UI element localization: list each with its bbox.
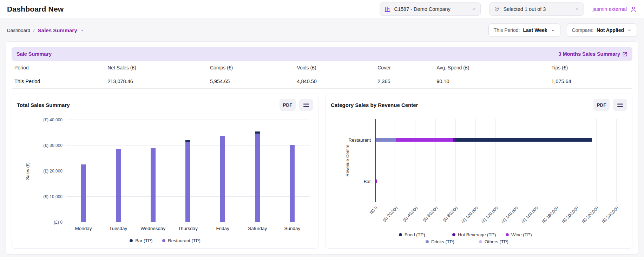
legend-marker <box>506 233 509 236</box>
summary-column-header: Voids (£) <box>294 61 375 74</box>
legend-label: Bar (TP) <box>135 238 152 243</box>
x-axis-label: Tuesday <box>101 226 136 231</box>
category-bar-restaurant <box>376 138 623 142</box>
bars-layer <box>66 120 310 222</box>
gridline <box>516 119 516 202</box>
legend-marker <box>426 240 429 243</box>
chevron-down-icon <box>472 7 476 11</box>
bar-segment <box>290 145 295 222</box>
summary-column-header: Net Sales (£) <box>105 61 207 74</box>
summary-body: This Period213,078.465,954.654,840.502,3… <box>12 74 632 89</box>
category-label: Bar <box>364 179 371 184</box>
category-sales-actions: PDF <box>593 99 627 111</box>
period-filter-label: This Period: <box>494 27 520 33</box>
total-sales-pdf-button[interactable]: PDF <box>280 99 296 111</box>
charts-row: Total Sales Summary PDF Sales (£) (£) 0(… <box>12 94 632 249</box>
top-header-controls: C1587 - Demo Company Selected 1 out of 3… <box>380 2 637 16</box>
map-pin-icon <box>494 6 500 12</box>
bar-slot-sunday <box>275 120 310 222</box>
x-axis-label: Friday <box>205 226 240 231</box>
legend-item[interactable]: Bar (TP) <box>130 238 152 243</box>
bar-slot-monday <box>66 120 101 222</box>
x-axis-label: Thursday <box>170 226 205 231</box>
gridline <box>495 119 496 202</box>
summary-column-header: Cover <box>375 61 434 74</box>
location-selector-value: Selected 1 out of 3 <box>503 6 546 12</box>
breadcrumb-separator: / <box>33 28 35 33</box>
bar-slot-wednesday <box>136 120 170 222</box>
legend-item[interactable]: Restaurant (TP) <box>162 238 200 243</box>
company-selector[interactable]: C1587 - Demo Company <box>380 2 481 16</box>
total-sales-menu-button[interactable] <box>299 99 313 111</box>
three-months-summary-link[interactable]: 3 Months Sales Summary <box>558 51 627 57</box>
category-sales-legend: Food (TP)Hot Beverage (TP)Wine (TP)Drink… <box>331 232 627 244</box>
summary-cell: 5,954.65 <box>207 74 294 89</box>
category-sales-panel: Category Sales by Revenue Center PDF Rev… <box>326 94 632 249</box>
total-sales-actions: PDF <box>280 99 313 111</box>
bar-stack <box>116 120 121 222</box>
bar-stack <box>151 120 156 222</box>
x-tick-label: (£) 180,000 <box>541 205 559 224</box>
breadcrumb-root[interactable]: Dashboard <box>7 28 30 33</box>
breadcrumb: Dashboard / Sales Summary <box>7 27 84 33</box>
bar-stack <box>290 120 295 222</box>
chevron-down-icon <box>627 28 632 33</box>
bar-segment <box>116 149 121 222</box>
user-menu[interactable]: jasmin external <box>592 6 637 13</box>
bar-segment <box>396 138 453 142</box>
chevron-down-icon <box>575 7 579 11</box>
summary-column-header: Period <box>12 61 105 74</box>
bar-stack <box>220 120 225 222</box>
legend-item[interactable]: Hot Beverage (TP) <box>452 232 506 237</box>
gridline <box>596 119 597 202</box>
x-tick-label: (£) 160,000 <box>520 205 539 224</box>
legend-label: Wine (TP) <box>511 232 532 237</box>
bar-segment <box>453 138 455 142</box>
category-bar-bar <box>376 180 623 183</box>
summary-cell: 1,075.64 <box>548 74 632 89</box>
compare-filter-button[interactable]: Compare: Not Applied <box>567 23 637 37</box>
user-name: jasmin external <box>592 6 627 12</box>
total-sales-plot: Sales (£) (£) 0(£) 10,000(£) 20,000(£) 3… <box>66 120 310 222</box>
x-tick-label: (£) 20,000 <box>382 205 399 223</box>
chevron-down-icon[interactable] <box>80 28 84 32</box>
location-selector[interactable]: Selected 1 out of 3 <box>489 2 584 16</box>
legend-item[interactable]: Others (TP) <box>479 239 532 244</box>
legend-marker <box>399 233 402 236</box>
gridline <box>375 119 376 202</box>
three-months-summary-label: 3 Months Sales Summary <box>558 51 620 57</box>
legend-item[interactable]: Drinks (TP) <box>426 239 479 244</box>
category-sales-menu-button[interactable] <box>613 99 627 111</box>
x-axis-label: Wednesday <box>136 226 170 231</box>
building-icon <box>384 6 390 12</box>
period-filter-button[interactable]: This Period: Last Week <box>488 23 560 37</box>
bar-segment <box>151 148 156 222</box>
bar-stack <box>81 120 86 222</box>
legend-row: Drinks (TP)Others (TP) <box>426 239 532 244</box>
chevron-down-icon <box>551 28 555 33</box>
y-tick-label: (£) 30,000 <box>43 143 63 148</box>
bar-segment <box>376 138 396 142</box>
total-sales-legend: Bar (TP)Restaurant (TP) <box>17 238 313 243</box>
bar-slot-tuesday <box>101 120 136 222</box>
gridline <box>395 119 395 202</box>
compare-filter-value: Not Applied <box>597 27 624 33</box>
category-sales-title: Category Sales by Revenue Center <box>331 102 418 108</box>
gridline <box>556 119 556 202</box>
legend-item[interactable]: Food (TP) <box>399 232 452 237</box>
y-axis-label: Sales (£) <box>25 162 30 180</box>
summary-cell: 4,840.50 <box>294 74 375 89</box>
bar-segment <box>455 138 592 142</box>
summary-cell: 213,078.46 <box>105 74 207 89</box>
total-sales-panel: Total Sales Summary PDF Sales (£) (£) 0(… <box>12 94 318 249</box>
y-tick-label: (£) 0 <box>54 220 63 225</box>
filter-buttons: This Period: Last Week Compare: Not Appl… <box>488 23 637 37</box>
breadcrumb-current[interactable]: Sales Summary <box>38 27 77 33</box>
category-sales-header: Category Sales by Revenue Center PDF <box>331 99 627 111</box>
bar-stack <box>255 120 260 222</box>
category-sales-pdf-button[interactable]: PDF <box>593 99 610 111</box>
summary-column-header: Avg. Spend (£) <box>434 61 548 74</box>
legend-item[interactable]: Wine (TP) <box>506 232 559 237</box>
gridline <box>616 119 617 202</box>
gridline <box>435 119 436 202</box>
